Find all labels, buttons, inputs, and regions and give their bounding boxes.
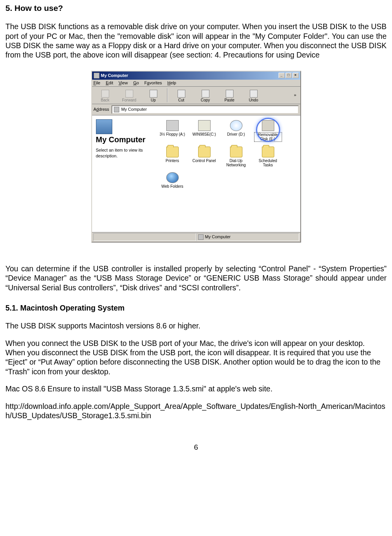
icon-view: 3½ Floppy (A:) WIN98SE(C:) Driver (D:) R…: [154, 115, 300, 232]
address-bar: Address My Computer: [92, 104, 300, 115]
maximize-button[interactable]: □: [286, 73, 292, 78]
up-folder-icon: [150, 90, 157, 98]
floppy-drive-icon: [166, 120, 179, 131]
drive-floppy-a[interactable]: 3½ Floppy (A:): [158, 119, 187, 143]
address-value: My Computer: [121, 107, 147, 112]
drive-removable-e[interactable]: Removable Disk (E:): [254, 119, 282, 143]
device-manager-paragraph: You can determine if the USB controller …: [5, 264, 387, 292]
status-cell-right: My Computer: [196, 233, 299, 241]
intro-paragraph: The USB DISK functions as a removable di…: [5, 22, 387, 60]
address-field[interactable]: My Computer: [112, 105, 299, 114]
status-bar: My Computer: [92, 232, 300, 242]
my-computer-window: My Computer _ □ × File Edit View Go Favo…: [91, 71, 301, 243]
info-pane: My Computer Select an item to view its d…: [92, 115, 154, 232]
copy-icon: [202, 90, 209, 98]
minimize-button[interactable]: _: [279, 73, 285, 78]
menu-bar: File Edit View Go Favorites Help: [92, 80, 300, 87]
folder-control-panel[interactable]: Control Panel: [190, 145, 219, 169]
folder-dialup-networking[interactable]: Dial-Up Networking: [222, 145, 251, 169]
web-folders-icon: [166, 172, 179, 183]
section-heading: 5. How to use?: [5, 3, 387, 13]
my-computer-large-icon: [96, 119, 112, 134]
menu-favorites[interactable]: Favorites: [145, 81, 162, 85]
scheduled-tasks-folder-icon: [262, 147, 274, 157]
removable-drive-icon: [262, 120, 274, 131]
back-button[interactable]: Back: [94, 87, 117, 103]
status-text: My Computer: [205, 235, 231, 239]
mac-para-1: The USB DISK supports Macintosh versions…: [5, 321, 387, 330]
drive-c[interactable]: WIN98SE(C:): [190, 119, 219, 143]
status-my-computer-icon: [198, 234, 204, 240]
folder-web-folders[interactable]: Web Folders: [158, 171, 187, 190]
window-title: My Computer: [101, 73, 128, 78]
menu-file[interactable]: File: [94, 81, 101, 85]
undo-icon: [250, 90, 258, 98]
status-cell-left: [93, 233, 196, 241]
paste-icon: [226, 90, 233, 98]
mac-subheading: 5.1. Macintosh Operating System: [5, 303, 387, 313]
page-number: 6: [5, 443, 387, 452]
hard-drive-icon: [198, 120, 211, 131]
toolbar-overflow[interactable]: »: [292, 87, 299, 103]
menu-view[interactable]: View: [118, 81, 128, 85]
back-arrow-icon: [101, 90, 109, 98]
undo-button[interactable]: Undo: [242, 87, 265, 103]
toolbar-separator: [167, 88, 168, 102]
control-panel-folder-icon: [198, 147, 211, 157]
window-titlebar[interactable]: My Computer _ □ ×: [92, 72, 300, 80]
menu-edit[interactable]: Edit: [106, 81, 113, 85]
cut-icon: [178, 90, 185, 98]
forward-arrow-icon: [125, 90, 133, 98]
address-my-computer-icon: [114, 107, 119, 112]
drive-d[interactable]: Driver (D:): [222, 119, 251, 143]
mac-para-2: When you connect the USB DISK to the USB…: [5, 339, 387, 377]
folder-scheduled-tasks[interactable]: Scheduled Tasks: [254, 145, 282, 169]
mac-url: http://download.info.apple.com/Apple_Sup…: [5, 402, 387, 421]
cut-button[interactable]: Cut: [170, 87, 193, 103]
info-pane-title: My Computer: [96, 136, 150, 143]
info-pane-text: Select an item to view its description.: [96, 147, 150, 159]
copy-button[interactable]: Copy: [194, 87, 217, 103]
menu-go[interactable]: Go: [133, 81, 139, 85]
address-label: Address: [94, 107, 109, 112]
paste-button[interactable]: Paste: [218, 87, 241, 103]
close-button[interactable]: ×: [293, 73, 299, 78]
mac-para-3: Mac OS 8.6 Ensure to install "USB Mass S…: [5, 384, 387, 393]
printers-folder-icon: [166, 147, 179, 157]
menu-help[interactable]: Help: [167, 81, 176, 85]
my-computer-icon: [94, 73, 99, 79]
folder-printers[interactable]: Printers: [158, 145, 187, 169]
dialup-folder-icon: [230, 147, 242, 157]
up-button[interactable]: Up: [142, 87, 165, 103]
forward-button[interactable]: Forward: [118, 87, 141, 103]
cd-drive-icon: [230, 120, 242, 131]
toolbar: Back Forward Up Cut Copy Paste Undo »: [92, 87, 300, 104]
